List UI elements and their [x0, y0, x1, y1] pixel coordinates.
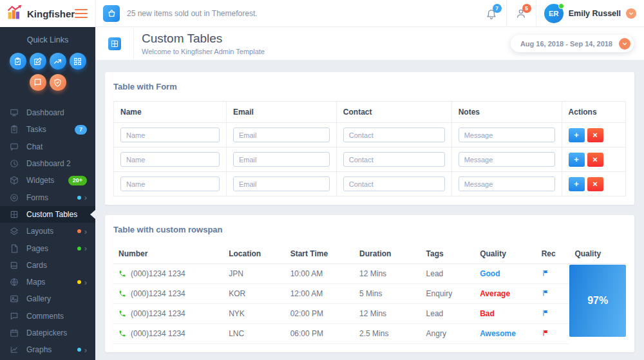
duration-cell: 5 Mins: [354, 284, 421, 304]
email-input[interactable]: [233, 152, 330, 167]
brand-logo[interactable]: Kingfisher: [6, 5, 75, 23]
notice-text: 25 new items sold out in Themeforest.: [127, 9, 258, 18]
email-input[interactable]: [233, 176, 330, 191]
add-row-button[interactable]: +: [569, 128, 585, 142]
table-row: +×: [114, 123, 626, 147]
sidebar-item-cards[interactable]: Cards: [0, 257, 95, 274]
notes-input[interactable]: [459, 128, 555, 142]
menu-toggle-icon[interactable]: [75, 6, 88, 21]
profile-chevron-down-icon[interactable]: [626, 8, 636, 19]
sidebar-item-label: Gallery: [26, 294, 51, 303]
quality-cell: Awesome: [475, 324, 536, 344]
monitor-icon: [10, 108, 19, 117]
sidebar-item-graphs[interactable]: Graphs›: [0, 341, 95, 358]
tags-cell: Lead: [421, 264, 475, 284]
notes-input[interactable]: [459, 176, 555, 191]
sidebar-item-forms[interactable]: Forms›: [0, 189, 95, 205]
delete-row-button[interactable]: ×: [587, 128, 603, 142]
main-content: Table with Form Name Email Contact Notes…: [95, 61, 644, 360]
sidebar-item-label: Dashboard 2: [26, 159, 71, 168]
date-range-text: Aug 16, 2018 - Sep 14, 2018: [520, 40, 612, 48]
user-name: Emily Russell: [569, 9, 621, 18]
notifications-button[interactable]: 7: [477, 0, 506, 26]
sidebar-item-chat[interactable]: Chat: [0, 138, 95, 155]
notes-input[interactable]: [459, 152, 555, 167]
table-row: (000)1234 1234JPN10:00 AM12 MinsLeadGood…: [113, 264, 626, 284]
forms-icon: [10, 193, 19, 202]
quality-cell: Bad: [475, 304, 536, 324]
quick-link-clipboard[interactable]: [10, 53, 26, 70]
location-cell: JPN: [223, 264, 285, 284]
table-row: +×: [114, 172, 626, 196]
status-dot: [77, 229, 81, 233]
date-chevron-down-icon[interactable]: [619, 38, 630, 50]
grid-icon: [73, 57, 82, 66]
online-status-dot: [558, 3, 564, 9]
sidebar-item-tasks[interactable]: Tasks7: [0, 121, 95, 138]
sidebar-item-custom-tables[interactable]: Custom Tables: [0, 206, 95, 223]
contact-input[interactable]: [343, 176, 445, 191]
column-header-email: Email: [226, 102, 336, 123]
date-range-picker[interactable]: Aug 16, 2018 - Sep 14, 2018: [511, 35, 634, 52]
clipboard-icon: [14, 57, 22, 66]
sidebar-item-dashboard-2[interactable]: Dashboard 2: [0, 155, 95, 172]
rec-flag-icon[interactable]: [542, 289, 549, 297]
name-input[interactable]: [120, 152, 220, 167]
user-profile-menu[interactable]: ER Emily Russell: [536, 4, 644, 23]
quality-link[interactable]: Awesome: [480, 329, 516, 338]
rowspan-table: Number Location Start Time Duration Tags…: [113, 244, 626, 344]
visitors-button[interactable]: 5: [507, 0, 536, 26]
sidebar-item-label: Pages: [26, 244, 48, 253]
chevron-right-icon: ›: [84, 244, 87, 252]
cards-icon: [10, 261, 19, 270]
number-cell: (000)1234 1234: [113, 284, 223, 304]
sidebar-item-label: Dashboard: [26, 108, 64, 117]
quality-link[interactable]: Bad: [480, 309, 495, 318]
status-dot: [77, 280, 81, 284]
sidebar-item-comments[interactable]: Comments: [0, 308, 95, 325]
table-row: +×: [114, 147, 626, 172]
sidebar-item-datepickers[interactable]: Datepickers: [0, 325, 95, 341]
table-page-icon: [108, 37, 121, 50]
page-icon-cell: [96, 27, 134, 60]
name-input[interactable]: [120, 128, 220, 142]
sidebar-item-gallery[interactable]: Gallery: [0, 290, 95, 307]
quick-link-edit[interactable]: [30, 53, 46, 70]
chevron-right-icon: ›: [84, 346, 87, 354]
phone-icon: [118, 330, 126, 337]
quick-link-trend[interactable]: [50, 53, 66, 70]
start-time-cell: 10:00 AM: [285, 264, 354, 284]
logo-band: Kingfisher: [0, 0, 95, 27]
quality-link[interactable]: Average: [480, 289, 510, 298]
quick-link-grid[interactable]: [70, 53, 86, 70]
phone-number: (000)1234 1234: [131, 269, 185, 278]
quick-link-book[interactable]: [30, 74, 46, 91]
sidebar-item-pages[interactable]: Pages›: [0, 240, 95, 256]
quick-link-shield[interactable]: [50, 74, 66, 91]
chevron-right-icon: ›: [84, 193, 87, 202]
sidebar-item-dashboard[interactable]: Dashboard: [0, 104, 95, 121]
contact-input[interactable]: [343, 128, 445, 142]
basket-icon[interactable]: [103, 5, 120, 22]
delete-row-button[interactable]: ×: [587, 177, 603, 191]
name-input[interactable]: [120, 176, 220, 191]
sidebar-item-widgets[interactable]: Widgets20+: [0, 172, 95, 189]
add-row-button[interactable]: +: [569, 153, 585, 167]
overall-quality-cell: 97%: [569, 264, 626, 344]
column-header-start-time: Start Time: [285, 244, 354, 264]
visitors-badge: 5: [522, 4, 531, 13]
form-table: Name Email Contact Notes Actions +×+×+×: [113, 101, 626, 196]
email-input[interactable]: [233, 128, 330, 142]
contact-input[interactable]: [343, 152, 445, 167]
delete-row-button[interactable]: ×: [587, 153, 603, 167]
quick-links-section: Quick Links: [0, 27, 95, 99]
rec-flag-icon[interactable]: [542, 269, 549, 277]
phone-number: (000)1234 1234: [131, 309, 185, 318]
add-row-button[interactable]: +: [569, 177, 585, 191]
quality-link[interactable]: Good: [480, 269, 500, 278]
pages-icon: [10, 244, 19, 253]
sidebar-item-maps[interactable]: Maps›: [0, 274, 95, 290]
rec-flag-icon[interactable]: [542, 329, 549, 337]
sidebar-item-layouts[interactable]: Layouts›: [0, 223, 95, 240]
rec-flag-icon[interactable]: [542, 309, 549, 317]
